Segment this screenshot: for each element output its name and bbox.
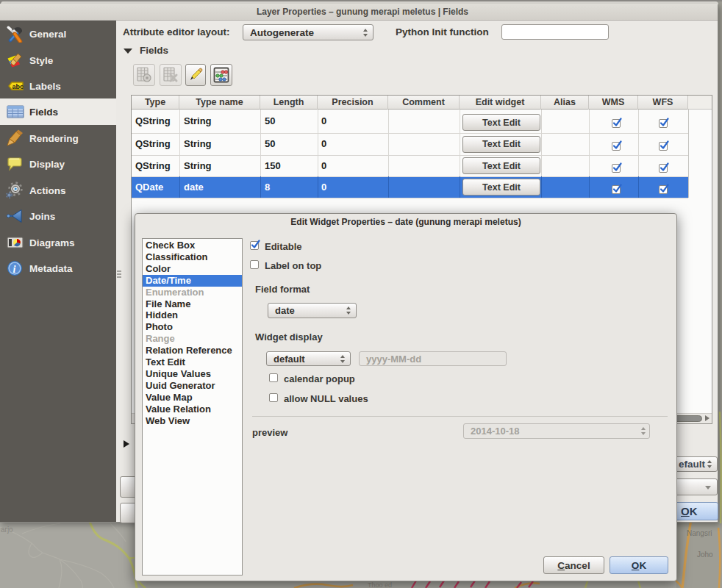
svg-text:abc: abc [12,83,24,90]
svg-text:i: i [13,264,16,275]
svg-text:Joho: Joho [697,551,713,559]
svg-text:arjo: arjo [1,526,13,534]
svg-text:Thoo ed: Thoo ed [368,581,392,588]
svg-text:Nangsri: Nangsri [687,529,712,537]
